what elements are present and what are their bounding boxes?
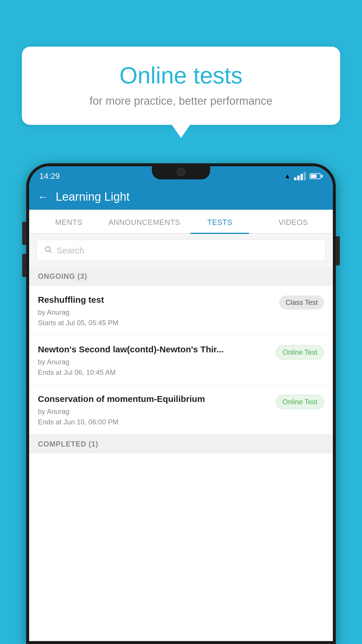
test-item-content: Conservation of momentum-Equilibrium by … — [38, 393, 276, 426]
phone-notch — [152, 163, 210, 179]
ongoing-section-title: ONGOING (3) — [38, 272, 87, 280]
status-icons: ▲ — [284, 172, 323, 180]
tab-tests[interactable]: TESTS — [183, 210, 256, 233]
completed-section-title: COMPLETED (1) — [38, 440, 98, 448]
tab-videos[interactable]: VIDEOS — [256, 210, 330, 233]
power-button[interactable] — [336, 236, 340, 265]
class-test-badge: Class Test — [279, 295, 324, 309]
svg-point-0 — [45, 247, 50, 251]
test-list: Reshuffling test by Anurag Starts at Jul… — [29, 286, 333, 641]
app-header: ← Learning Light — [29, 184, 333, 210]
svg-line-1 — [50, 251, 51, 253]
volume-down-button[interactable] — [22, 254, 26, 277]
search-placeholder: Search — [57, 246, 84, 256]
bubble-title: Online tests — [39, 63, 323, 88]
app-title: Learning Light — [56, 190, 130, 203]
test-item-content: Reshuffling test by Anurag Starts at Jul… — [38, 294, 279, 327]
ongoing-section-header: ONGOING (3) — [29, 267, 333, 286]
test-item-date: Ends at Jul 06, 10:45 AM — [38, 368, 270, 377]
test-item-by: by Anurag — [38, 308, 273, 316]
test-item-by: by Anurag — [38, 407, 270, 416]
test-item-date: Starts at Jul 05, 05:45 PM — [38, 319, 273, 327]
bubble-subtitle: for more practice, better performance — [39, 95, 323, 107]
test-item-date: Ends at Jun 10, 06:00 PM — [38, 418, 270, 426]
tabs-bar: MENTS ANNOUNCEMENTS TESTS VIDEOS — [29, 210, 333, 234]
completed-section-header: COMPLETED (1) — [29, 435, 333, 454]
wifi-icon: ▲ — [284, 172, 291, 180]
test-item-name: Reshuffling test — [38, 294, 273, 305]
battery-icon — [310, 173, 323, 179]
phone-camera — [177, 168, 185, 176]
tab-announcements[interactable]: ANNOUNCEMENTS — [106, 210, 183, 233]
tab-ments[interactable]: MENTS — [32, 210, 106, 233]
online-test-badge-2: Online Test — [276, 395, 324, 409]
test-item-content: Newton's Second law(contd)-Newton's Thir… — [38, 344, 276, 377]
back-button[interactable]: ← — [38, 191, 48, 203]
speech-bubble: Online tests for more practice, better p… — [22, 47, 340, 125]
search-bar[interactable]: Search — [36, 240, 326, 261]
test-item[interactable]: Reshuffling test by Anurag Starts at Jul… — [29, 286, 333, 335]
test-item[interactable]: Conservation of momentum-Equilibrium by … — [29, 385, 333, 435]
test-item-by: by Anurag — [38, 358, 270, 366]
test-item[interactable]: Newton's Second law(contd)-Newton's Thir… — [29, 335, 333, 385]
test-item-name: Newton's Second law(contd)-Newton's Thir… — [38, 344, 270, 355]
test-item-name: Conservation of momentum-Equilibrium — [38, 393, 270, 405]
signal-icon — [294, 172, 306, 180]
search-icon — [44, 245, 52, 256]
online-test-badge: Online Test — [276, 345, 324, 360]
phone-frame: 14:29 ▲ ← Learning Light MENTS — [26, 163, 336, 644]
phone-screen: 14:29 ▲ ← Learning Light MENTS — [29, 166, 333, 641]
volume-up-button[interactable] — [22, 222, 26, 245]
search-container: Search — [29, 234, 333, 267]
status-time: 14:29 — [39, 172, 60, 181]
